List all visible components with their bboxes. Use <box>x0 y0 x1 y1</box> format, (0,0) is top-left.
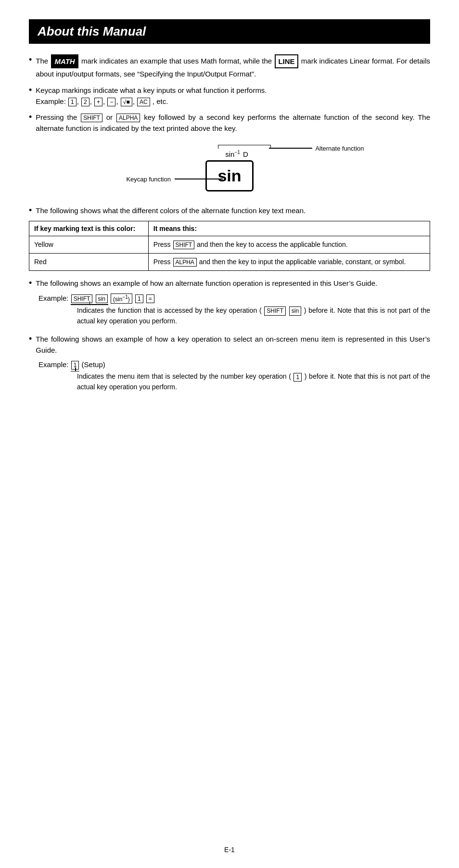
key-plus: + <box>94 98 102 106</box>
b1-text-before: The <box>36 57 48 65</box>
bullet-dot-2: • <box>29 85 32 95</box>
alt-fn-label: Alternate function <box>315 145 364 152</box>
table-row-yellow: Yellow Press SHIFT and then the key to a… <box>29 236 430 253</box>
b5-text: The following shows an example of how an… <box>36 279 377 287</box>
b3-text-before: Pressing the <box>36 113 80 121</box>
key-sqrt: √■ <box>121 98 132 106</box>
alpha-badge-b3: ALPHA <box>116 114 140 122</box>
ex5-eq: = <box>146 294 154 303</box>
table-cell-red-desc: Press ALPHA and then the key to input th… <box>148 253 430 270</box>
ex5-1: 1 <box>135 294 143 303</box>
b6-example-label: Example: <box>38 360 69 369</box>
table-header-col1: If key marking text is this color: <box>29 221 149 236</box>
ex5-sin: sin <box>96 294 108 303</box>
bullet-text-3: Pressing the SHIFT or ALPHA key followed… <box>36 112 430 134</box>
key-illustration: Alternate function sin−1 D sin Keycap fu… <box>29 145 430 191</box>
bullet-dot-5: • <box>29 278 32 288</box>
bullet-item-3: • Pressing the SHIFT or ALPHA key follow… <box>29 112 430 134</box>
math-badge: MATH <box>51 54 78 68</box>
bullet-text-6: The following shows an example of how a … <box>36 333 430 356</box>
b2-text: Keycap markings indicate what a key inpu… <box>36 86 267 94</box>
b2-etc: , etc. <box>153 97 168 105</box>
ex5-explain-before: Indicates the function that is accessed … <box>77 306 264 314</box>
key-1: 1 <box>68 98 76 106</box>
bracket-top <box>218 145 271 149</box>
bullet-dot-4: • <box>29 205 32 216</box>
page-title: About this Manual <box>29 19 430 44</box>
keycap-fn-label: Keycap function <box>126 176 171 183</box>
page: About this Manual • The MATH mark indica… <box>0 0 459 868</box>
ex5-explain-sin: sin <box>289 306 301 315</box>
bullet-item-4: • The following shows what the different… <box>29 205 430 216</box>
bullet-dot-6: • <box>29 334 32 344</box>
b5-example-label: Example: <box>38 294 69 302</box>
bracket-group: SHIFT sin <box>71 294 108 303</box>
shift-badge-table: SHIFT <box>173 241 195 249</box>
bullet-text-5: The following shows an example of how an… <box>36 278 430 289</box>
alpha-badge-table: ALPHA <box>173 258 197 267</box>
alt-fn-annotation: Alternate function <box>269 145 364 152</box>
bullet-item-5: • The following shows an example of how … <box>29 278 430 289</box>
table-row-red: Red Press ALPHA and then the key to inpu… <box>29 253 430 270</box>
key-illust-inner: Alternate function sin−1 D sin Keycap fu… <box>205 145 253 191</box>
sin-inverse-label: sin−1 <box>225 150 240 158</box>
bullet-dot-3: • <box>29 112 32 122</box>
ex5-sin-inv: (sin−1) <box>111 294 132 304</box>
table-cell-yellow-color: Yellow <box>29 236 149 253</box>
shift-badge-b3: SHIFT <box>81 114 102 122</box>
table-cell-red-color: Red <box>29 253 149 270</box>
sin-key-container: sin Keycap function <box>205 160 253 191</box>
bullet-item-6: • The following shows an example of how … <box>29 333 430 356</box>
b2-example-label: Example: <box>36 97 68 105</box>
explanation-5: Indicates the function that is accessed … <box>77 306 430 326</box>
footer-text: E-1 <box>224 846 235 854</box>
table-header-col2: It means this: <box>148 221 430 236</box>
alt-fn-line <box>269 148 312 149</box>
bullet-text-1: The MATH mark indicates an example that … <box>36 54 430 80</box>
d-label: D <box>243 150 248 158</box>
example-line-6: Example: 1 (Setup) <box>38 360 430 370</box>
bullet-item-1: • The MATH mark indicates an example tha… <box>29 54 430 80</box>
line-badge: LINE <box>275 54 298 68</box>
keycap-fn-annotation: Keycap function <box>126 176 223 183</box>
keycap-fn-line <box>175 179 223 179</box>
bullet-dot-1: • <box>29 55 32 65</box>
explanation-6: Indicates the menu item that is selected… <box>77 371 430 392</box>
table-header-row: If key marking text is this color: It me… <box>29 221 430 236</box>
ex6-explain-1: 1 <box>293 373 302 382</box>
ex5-explain-shift: SHIFT <box>264 306 286 315</box>
bullet-text-4: The following shows what the different c… <box>36 205 430 216</box>
example-keys-5: SHIFT sin (sin−1) 1 = <box>71 294 155 304</box>
b1-text-mid1: mark indicates an example that uses Math… <box>81 57 274 65</box>
sin-top-row: sin−1 D <box>225 150 248 158</box>
bullet-item-2: • Keycap markings indicate what a key in… <box>29 85 430 107</box>
key-minus: − <box>107 98 115 106</box>
b3-or: or <box>106 113 116 121</box>
ex6-paren: (Setup) <box>82 360 105 369</box>
key-ac: AC <box>137 98 150 106</box>
ex6-bracket-tick <box>75 368 76 371</box>
key-2: 2 <box>81 98 89 106</box>
color-table: If key marking text is this color: It me… <box>29 221 430 271</box>
bracket-group-6: 1 <box>71 360 80 370</box>
page-footer: E-1 <box>0 846 459 854</box>
example-line-5: Example: SHIFT sin (sin−1) 1 = <box>38 294 430 304</box>
bullet-text-2: Keycap markings indicate what a key inpu… <box>36 85 430 107</box>
ex5-bracket-tick <box>89 301 90 305</box>
table-cell-yellow-desc: Press SHIFT and then the key to access t… <box>148 236 430 253</box>
